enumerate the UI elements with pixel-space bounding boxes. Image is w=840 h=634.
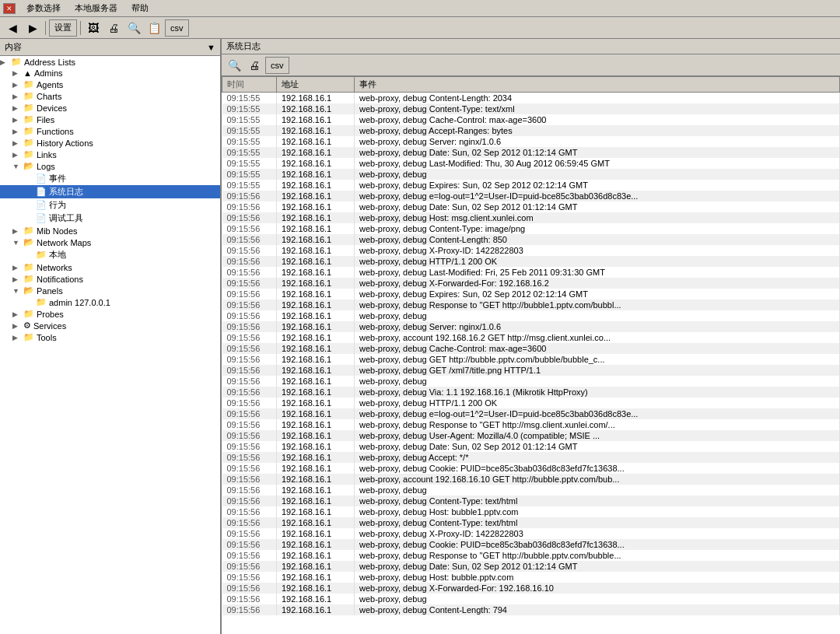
sidebar-tree-item-20[interactable]: 📁admin 127.0.0.1	[0, 296, 220, 308]
settings-button[interactable]: 设置	[49, 19, 77, 37]
sidebar-tree-item-22[interactable]: ▶⚙Services	[0, 320, 220, 331]
forward-button[interactable]: ▶	[23, 19, 42, 37]
table-row[interactable]: 09:15:56192.168.16.1web-proxy, debug Use…	[222, 430, 840, 441]
tree-label-13: 调试工具	[49, 212, 83, 224]
icon-btn-3[interactable]: 🔍	[124, 19, 143, 37]
table-row[interactable]: 09:15:55192.168.16.1web-proxy, debug Las…	[222, 158, 840, 169]
sidebar-tree-item-16[interactable]: 📁本地	[0, 248, 220, 261]
sidebar-tree-item-6[interactable]: ▶📁Functions	[0, 125, 220, 137]
table-row[interactable]: 09:15:56192.168.16.1web-proxy, debug Acc…	[222, 452, 840, 463]
table-row[interactable]: 09:15:55192.168.16.1web-proxy, debug Acc…	[222, 125, 840, 136]
table-row[interactable]: 09:15:56192.168.16.1web-proxy, debug X-F…	[222, 278, 840, 289]
icon-btn-4[interactable]: 📋	[145, 19, 163, 37]
table-row[interactable]: 09:15:56192.168.16.1web-proxy, debug e=l…	[222, 191, 840, 201]
log-event-10: web-proxy, debug Date: Sun, 02 Sep 2012 …	[355, 201, 840, 212]
sidebar-tree-item-7[interactable]: ▶📁History Actions	[0, 137, 220, 149]
sidebar-tree-item-1[interactable]: ▶▲Admins	[0, 68, 220, 79]
table-row[interactable]: 09:15:56192.168.16.1web-proxy, debug Ser…	[222, 321, 840, 332]
back-button[interactable]: ◀	[3, 19, 22, 37]
log-search-icon[interactable]: 🔍	[225, 57, 243, 74]
sidebar-tree-item-15[interactable]: ▼📂Network Maps	[0, 236, 220, 248]
toolbar-sep-2	[80, 21, 81, 35]
table-row[interactable]: 09:15:56192.168.16.1web-proxy, debug	[222, 376, 840, 387]
table-row[interactable]: 09:15:55192.168.16.1web-proxy, debug Ser…	[222, 136, 840, 147]
table-row[interactable]: 09:15:55192.168.16.1web-proxy, debug Exp…	[222, 180, 840, 191]
table-row[interactable]: 09:15:56192.168.16.1web-proxy, debug Via…	[222, 387, 840, 398]
table-row[interactable]: 09:15:56192.168.16.1web-proxy, debug Con…	[222, 517, 840, 528]
col-header-event: 事件	[355, 77, 840, 93]
sidebar-tree-item-23[interactable]: ▶📁Tools	[0, 331, 220, 343]
table-row[interactable]: 09:15:56192.168.16.1web-proxy, debug Res…	[222, 419, 840, 430]
tree-label-21: Probes	[37, 310, 64, 319]
sidebar-tree-item-12[interactable]: 📄行为	[0, 198, 220, 212]
tree-label-17: Networks	[37, 263, 72, 272]
csv-button[interactable]: csv	[165, 19, 189, 37]
sidebar-tree-item-18[interactable]: ▶📁Notifications	[0, 273, 220, 285]
table-row[interactable]: 09:15:56192.168.16.1web-proxy, account 1…	[222, 332, 840, 343]
table-row[interactable]: 09:15:56192.168.16.1web-proxy, debug Coo…	[222, 463, 840, 474]
icon-btn-2[interactable]: 🖨	[104, 19, 123, 37]
table-row[interactable]: 09:15:56192.168.16.1web-proxy, debug e=l…	[222, 408, 840, 419]
log-print-icon[interactable]: 🖨	[245, 57, 264, 74]
sidebar-tree-item-0[interactable]: ▶📁Address Lists	[0, 56, 220, 68]
table-row[interactable]: 09:15:56192.168.16.1web-proxy, debug X-P…	[222, 245, 840, 256]
table-row[interactable]: 09:15:56192.168.16.1web-proxy, debug Las…	[222, 267, 840, 278]
log-event-24: web-proxy, debug GET http://bubble.pptv.…	[355, 354, 840, 365]
table-row[interactable]: 09:15:56192.168.16.1web-proxy, debug	[222, 485, 840, 496]
sidebar-tree-item-19[interactable]: ▼📂Panels	[0, 285, 220, 296]
table-row[interactable]: 09:15:56192.168.16.1web-proxy, debug Dat…	[222, 441, 840, 452]
table-row[interactable]: 09:15:55192.168.16.1web-proxy, debug Dat…	[222, 147, 840, 158]
sidebar-tree-item-3[interactable]: ▶📁Charts	[0, 90, 220, 102]
sidebar-tree-item-4[interactable]: ▶📁Devices	[0, 102, 220, 114]
sidebar-tree-item-5[interactable]: ▶📁Files	[0, 114, 220, 125]
table-row[interactable]: 09:15:56192.168.16.1web-proxy, debug GET…	[222, 354, 840, 365]
log-table-container[interactable]: 时间 地址 事件 09:15:55192.168.16.1web-proxy, …	[222, 76, 840, 634]
table-row[interactable]: 09:15:56192.168.16.1web-proxy, debug HTT…	[222, 256, 840, 267]
tree-label-11: 系统日志	[49, 186, 83, 198]
sidebar-tree-item-13[interactable]: 📄调试工具	[0, 212, 220, 225]
table-row[interactable]: 09:15:56192.168.16.1web-proxy, debug Con…	[222, 604, 840, 615]
sidebar-tree-item-8[interactable]: ▶📁Links	[0, 149, 220, 160]
sidebar-tree-item-10[interactable]: 📄事件	[0, 172, 220, 185]
close-button[interactable]: ✕	[3, 3, 16, 14]
table-row[interactable]: 09:15:55192.168.16.1web-proxy, debug Con…	[222, 93, 840, 104]
log-csv-button[interactable]: csv	[265, 57, 289, 74]
table-row[interactable]: 09:15:56192.168.16.1web-proxy, debug Hos…	[222, 572, 840, 583]
table-row[interactable]: 09:15:56192.168.16.1web-proxy, debug	[222, 594, 840, 604]
sidebar-tree-item-21[interactable]: ▶📁Probes	[0, 308, 220, 320]
menu-params[interactable]: 参数选择	[20, 1, 67, 16]
table-row[interactable]: 09:15:55192.168.16.1web-proxy, debug Cac…	[222, 114, 840, 125]
table-row[interactable]: 09:15:56192.168.16.1web-proxy, account 1…	[222, 474, 840, 485]
table-row[interactable]: 09:15:56192.168.16.1web-proxy, debug Dat…	[222, 561, 840, 572]
table-row[interactable]: 09:15:56192.168.16.1web-proxy, debug Hos…	[222, 212, 840, 223]
table-row[interactable]: 09:15:56192.168.16.1web-proxy, debug	[222, 310, 840, 321]
table-row[interactable]: 09:15:56192.168.16.1web-proxy, debug Cac…	[222, 343, 840, 354]
log-event-32: web-proxy, debug Date: Sun, 02 Sep 2012 …	[355, 441, 840, 452]
log-time-47: 09:15:56	[222, 604, 277, 615]
table-row[interactable]: 09:15:56192.168.16.1web-proxy, debug Con…	[222, 234, 840, 245]
table-row[interactable]: 09:15:56192.168.16.1web-proxy, debug GET…	[222, 365, 840, 376]
menu-help[interactable]: 帮助	[125, 1, 155, 16]
log-event-16: web-proxy, debug Last-Modified: Fri, 25 …	[355, 267, 840, 278]
table-row[interactable]: 09:15:55192.168.16.1web-proxy, debug	[222, 169, 840, 180]
table-row[interactable]: 09:15:56192.168.16.1web-proxy, debug Res…	[222, 550, 840, 561]
table-row[interactable]: 09:15:56192.168.16.1web-proxy, debug Con…	[222, 223, 840, 234]
table-row[interactable]: 09:15:56192.168.16.1web-proxy, debug X-F…	[222, 583, 840, 594]
icon-btn-1[interactable]: 🖼	[84, 19, 103, 37]
log-addr-37: 192.168.16.1	[277, 496, 355, 506]
table-row[interactable]: 09:15:56192.168.16.1web-proxy, debug Exp…	[222, 289, 840, 299]
table-row[interactable]: 09:15:56192.168.16.1web-proxy, debug Hos…	[222, 506, 840, 517]
sidebar-tree-item-17[interactable]: ▶📁Networks	[0, 261, 220, 273]
table-row[interactable]: 09:15:56192.168.16.1web-proxy, debug Dat…	[222, 201, 840, 212]
table-row[interactable]: 09:15:56192.168.16.1web-proxy, debug Res…	[222, 299, 840, 310]
table-row[interactable]: 09:15:56192.168.16.1web-proxy, debug X-P…	[222, 528, 840, 539]
sidebar-tree-item-11[interactable]: 📄系统日志	[0, 185, 220, 198]
table-row[interactable]: 09:15:56192.168.16.1web-proxy, debug Con…	[222, 496, 840, 506]
sidebar-tree-item-9[interactable]: ▼📂Logs	[0, 160, 220, 172]
sidebar-tree-item-14[interactable]: ▶📁Mib Nodes	[0, 225, 220, 236]
table-row[interactable]: 09:15:55192.168.16.1web-proxy, debug Con…	[222, 103, 840, 114]
sidebar-tree-item-2[interactable]: ▶📁Agents	[0, 79, 220, 90]
table-row[interactable]: 09:15:56192.168.16.1web-proxy, debug HTT…	[222, 398, 840, 408]
table-row[interactable]: 09:15:56192.168.16.1web-proxy, debug Coo…	[222, 539, 840, 550]
menu-local-server[interactable]: 本地服务器	[68, 1, 124, 16]
